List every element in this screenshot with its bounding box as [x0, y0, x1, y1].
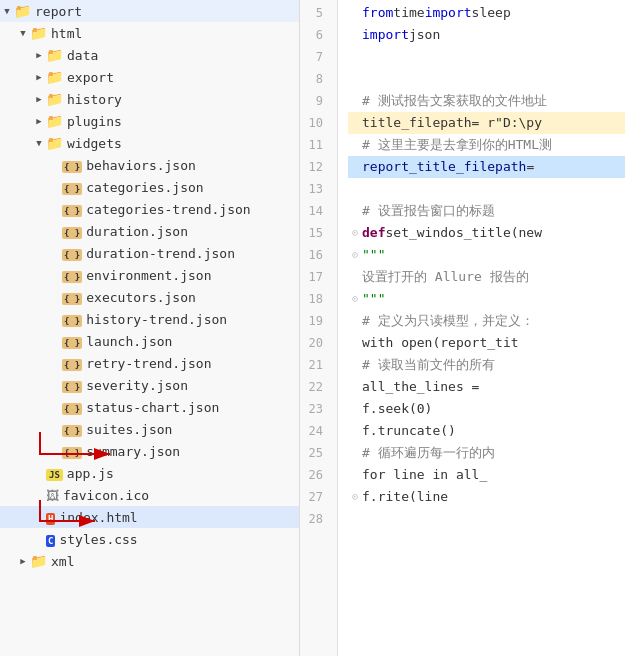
- tree-item-launch[interactable]: { }launch.json: [0, 330, 299, 352]
- code-line-21: # 读取当前文件的所有: [348, 354, 625, 376]
- tree-item-suites[interactable]: { }suites.json: [0, 418, 299, 440]
- code-token: def: [362, 222, 385, 244]
- code-editor: 5678910111213141516171819202122232425262…: [300, 0, 625, 656]
- code-lines: from time import sleepimport json# 测试报告文…: [338, 0, 625, 656]
- file-label: export: [67, 70, 114, 85]
- code-line-24: f.truncate(): [348, 420, 625, 442]
- tree-item-data[interactable]: ▶📁data: [0, 44, 299, 66]
- tree-item-summary[interactable]: { }summary.json: [0, 440, 299, 462]
- file-label: duration.json: [86, 224, 188, 239]
- file-icon: { }: [62, 180, 82, 195]
- tree-item-duration-trend[interactable]: { }duration-trend.json: [0, 242, 299, 264]
- code-line-16: ⊙ """: [348, 244, 625, 266]
- line-number-26: 26: [300, 464, 329, 486]
- file-icon: 📁: [46, 113, 63, 129]
- code-line-14: # 设置报告窗口的标题: [348, 200, 625, 222]
- tree-item-categories-trend[interactable]: { }categories-trend.json: [0, 198, 299, 220]
- code-token: f.truncate(): [362, 420, 456, 442]
- tree-item-plugins[interactable]: ▶📁plugins: [0, 110, 299, 132]
- tree-item-history[interactable]: ▶📁history: [0, 88, 299, 110]
- code-line-26: for line in all_: [348, 464, 625, 486]
- tree-item-behaviors[interactable]: { }behaviors.json: [0, 154, 299, 176]
- expand-arrow: ▶: [16, 556, 30, 566]
- tree-item-xml[interactable]: ▶📁xml: [0, 550, 299, 572]
- code-token: # 读取当前文件的所有: [362, 354, 495, 376]
- tree-item-retry-trend[interactable]: { }retry-trend.json: [0, 352, 299, 374]
- tree-item-styles-css[interactable]: Cstyles.css: [0, 528, 299, 550]
- line-number-5: 5: [300, 2, 329, 24]
- file-icon: JS: [46, 466, 63, 481]
- code-token: from: [362, 2, 393, 24]
- file-icon: 📁: [46, 91, 63, 107]
- file-icon: 📁: [14, 3, 31, 19]
- file-icon: 📁: [46, 69, 63, 85]
- code-token: with open(report_tit: [362, 332, 519, 354]
- file-label: widgets: [67, 136, 122, 151]
- code-line-19: # 定义为只读模型，并定义：: [348, 310, 625, 332]
- code-token: """: [362, 288, 385, 310]
- file-icon: { }: [62, 202, 82, 217]
- tree-item-export[interactable]: ▶📁export: [0, 66, 299, 88]
- file-label: xml: [51, 554, 74, 569]
- file-label: summary.json: [86, 444, 180, 459]
- line-number-8: 8: [300, 68, 329, 90]
- file-label: executors.json: [86, 290, 196, 305]
- file-icon: { }: [62, 378, 82, 393]
- code-line-9: # 测试报告文案获取的文件地址: [348, 90, 625, 112]
- expand-arrow: ▼: [0, 6, 14, 16]
- file-label: favicon.ico: [63, 488, 149, 503]
- tree-item-widgets[interactable]: ▼📁widgets: [0, 132, 299, 154]
- file-label: launch.json: [86, 334, 172, 349]
- file-label: data: [67, 48, 98, 63]
- line-number-10: 10: [300, 112, 329, 134]
- code-token: for line in all_: [362, 464, 487, 486]
- code-line-25: # 循环遍历每一行的内: [348, 442, 625, 464]
- file-label: suites.json: [86, 422, 172, 437]
- code-line-10: title_filepath = r"D:\py: [348, 112, 625, 134]
- line-number-22: 22: [300, 376, 329, 398]
- line-number-7: 7: [300, 46, 329, 68]
- code-token: import: [425, 2, 472, 24]
- code-token: =: [526, 156, 534, 178]
- file-icon: { }: [62, 444, 82, 459]
- code-token: # 定义为只读模型，并定义：: [362, 310, 534, 332]
- file-icon: 📁: [46, 135, 63, 151]
- file-icon: { }: [62, 356, 82, 371]
- line-number-6: 6: [300, 24, 329, 46]
- expand-arrow: ▶: [32, 94, 46, 104]
- file-icon: { }: [62, 312, 82, 327]
- tree-item-history-trend[interactable]: { }history-trend.json: [0, 308, 299, 330]
- line-number-27: 27: [300, 486, 329, 508]
- expand-arrow: ▶: [32, 50, 46, 60]
- tree-item-severity[interactable]: { }severity.json: [0, 374, 299, 396]
- tree-item-duration[interactable]: { }duration.json: [0, 220, 299, 242]
- code-token: # 这里主要是去拿到你的HTML测: [362, 134, 552, 156]
- line-number-20: 20: [300, 332, 329, 354]
- code-token: = r"D:\py: [472, 112, 542, 134]
- code-line-28: [348, 508, 625, 530]
- code-token: """: [362, 244, 385, 266]
- tree-item-status-chart[interactable]: { }status-chart.json: [0, 396, 299, 418]
- tree-item-report[interactable]: ▼📁report: [0, 0, 299, 22]
- code-line-18: ⊙ """: [348, 288, 625, 310]
- file-label: behaviors.json: [86, 158, 196, 173]
- file-label: categories-trend.json: [86, 202, 250, 217]
- code-token: # 设置报告窗口的标题: [362, 200, 495, 222]
- file-label: duration-trend.json: [86, 246, 235, 261]
- code-token: sleep: [472, 2, 511, 24]
- file-icon: 📁: [30, 553, 47, 569]
- line-number-13: 13: [300, 178, 329, 200]
- file-label: history-trend.json: [86, 312, 227, 327]
- tree-item-executors[interactable]: { }executors.json: [0, 286, 299, 308]
- tree-item-app-js[interactable]: JSapp.js: [0, 462, 299, 484]
- tree-item-html[interactable]: ▼📁html: [0, 22, 299, 44]
- tree-item-categories[interactable]: { }categories.json: [0, 176, 299, 198]
- file-icon: 📁: [46, 47, 63, 63]
- file-label: status-chart.json: [86, 400, 219, 415]
- code-line-27: ⊙ f.rite(line: [348, 486, 625, 508]
- tree-item-environment[interactable]: { }environment.json: [0, 264, 299, 286]
- tree-item-favicon[interactable]: 🖼favicon.ico: [0, 484, 299, 506]
- file-icon: 🖼: [46, 488, 59, 503]
- tree-item-index-html[interactable]: Hindex.html: [0, 506, 299, 528]
- gutter-marker: ⊙: [348, 222, 362, 244]
